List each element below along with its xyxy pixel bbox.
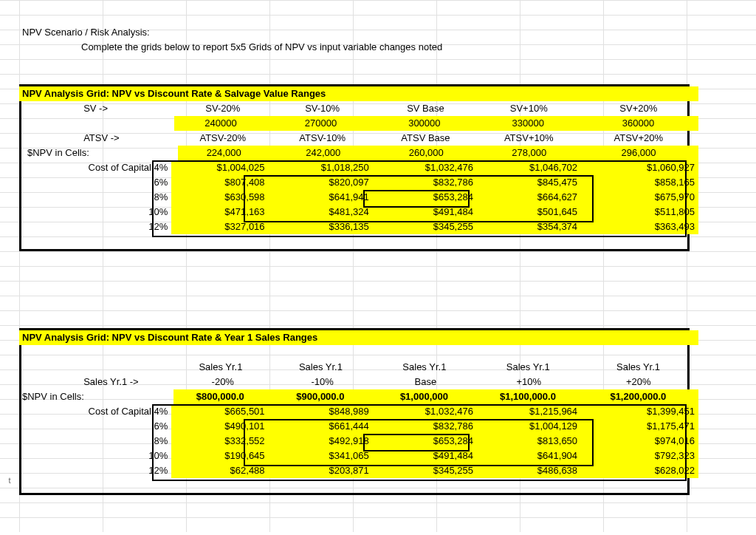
npv-cell[interactable]: $807,408	[171, 175, 268, 190]
npv-cell[interactable]: $653,284	[373, 434, 477, 449]
atsv-val[interactable]: 224,000	[178, 146, 274, 160]
atsv-val[interactable]: 278,000	[479, 146, 582, 160]
npv-cell[interactable]: $664,627	[477, 190, 581, 205]
atsv-hdr: ATSV+10%	[479, 131, 583, 146]
npv-cell[interactable]: $661,444	[269, 419, 373, 434]
npv-cell[interactable]: $1,018,250	[269, 160, 373, 175]
sv-hdr: SV-20%	[176, 101, 272, 116]
npv-cell[interactable]: $1,399,451	[581, 404, 698, 419]
npv-cell[interactable]: $641,904	[477, 449, 581, 463]
row-label: 10%	[19, 449, 171, 463]
grid1-heading: NPV Analysis Grid: NPV vs Discount Rate …	[19, 86, 557, 101]
sales-hdr: Sales Yr.1	[478, 360, 582, 375]
npv-cell[interactable]: $341,065	[269, 449, 373, 463]
sv-val[interactable]: 240000	[174, 116, 271, 131]
npv-cell[interactable]: $1,215,964	[477, 404, 581, 419]
npv-cell[interactable]: $1,175,471	[581, 419, 698, 434]
atsv-val[interactable]: 260,000	[377, 146, 479, 160]
npv-cell[interactable]: $481,324	[269, 205, 373, 219]
npv-cell[interactable]: $1,004,129	[477, 419, 581, 434]
sales-hdr: Sales Yr.1	[174, 360, 271, 375]
npv-cell[interactable]: $511,805	[581, 205, 698, 219]
sales-val[interactable]: $1,000,000	[374, 389, 478, 404]
npv-cell[interactable]: $1,032,476	[373, 160, 477, 175]
sales-pct: -10%	[272, 375, 376, 389]
npv-cell[interactable]: $1,004,025	[171, 160, 268, 175]
sv-hdr: SV Base	[376, 101, 479, 116]
npv-cell[interactable]: $813,650	[477, 434, 581, 449]
npv-cell[interactable]: $327,016	[171, 219, 268, 234]
npv-label: $NPV in Cells:	[19, 389, 173, 404]
npv-cell[interactable]: $471,163	[171, 205, 268, 219]
row-label: 12%	[19, 463, 171, 478]
sales-val[interactable]: $900,000.0	[270, 389, 374, 404]
row-label: 6%	[19, 175, 171, 190]
npv-cell[interactable]: $845,475	[477, 175, 581, 190]
npv-cell[interactable]: $486,638	[477, 463, 581, 478]
atsv-hdr: ATSV-10%	[272, 131, 376, 146]
sales-pct: Base	[376, 375, 479, 389]
page-title: NPV Scenario / Risk Analysis:	[19, 25, 690, 40]
row-label: 8%	[19, 434, 171, 449]
npv-cell[interactable]: $641,941	[269, 190, 373, 205]
npv-cell[interactable]: $675,970	[581, 190, 698, 205]
npv-cell[interactable]: $653,284	[373, 190, 477, 205]
sales-hdr: Sales Yr.1	[374, 360, 478, 375]
npv-cell[interactable]: $628,022	[581, 463, 698, 478]
row-label: Cost of Capital 4%	[19, 160, 171, 175]
sales-pct: +10%	[479, 375, 583, 389]
npv-cell[interactable]: $848,989	[269, 404, 373, 419]
npv-cell[interactable]: $62,488	[171, 463, 268, 478]
npv-cell[interactable]: $832,786	[373, 175, 477, 190]
atsv-val[interactable]: 296,000	[583, 146, 698, 160]
row-stub: t	[0, 473, 20, 488]
npv-cell[interactable]: $1,032,476	[373, 404, 477, 419]
npv-cell[interactable]: $492,918	[269, 434, 373, 449]
npv-cell[interactable]: $203,871	[269, 463, 373, 478]
sv-val[interactable]: 300000	[374, 116, 478, 131]
grid2-heading: NPV Analysis Grid: NPV vs Discount Rate …	[19, 330, 557, 345]
sales-val[interactable]: $800,000.0	[173, 389, 270, 404]
page-subtitle: Complete the grids below to report 5x5 G…	[78, 40, 698, 55]
sales-hdr: Sales Yr.1	[582, 360, 698, 375]
atsv-hdr: ATSV Base	[376, 131, 479, 146]
npv-cell[interactable]: $832,786	[373, 419, 477, 434]
sales-val[interactable]: $1,100,000.0	[478, 389, 582, 404]
npv-label: $NPV in Cells:	[24, 146, 178, 160]
npv-cell[interactable]: $858,165	[581, 175, 698, 190]
row-label: 8%	[19, 190, 171, 205]
row-label: 10%	[19, 205, 171, 219]
sales-val[interactable]: $1,200,000.0	[582, 389, 698, 404]
sv-hdr: SV+20%	[583, 101, 698, 116]
npv-cell[interactable]: $665,501	[171, 404, 268, 419]
npv-cell[interactable]: $332,552	[171, 434, 268, 449]
sales-label: Sales Yr.1 ->	[80, 375, 176, 389]
npv-cell[interactable]: $336,135	[269, 219, 373, 234]
npv-cell[interactable]: $345,255	[373, 219, 477, 234]
npv-cell[interactable]: $501,645	[477, 205, 581, 219]
npv-cell[interactable]: $490,101	[171, 419, 268, 434]
npv-cell[interactable]: $491,484	[373, 449, 477, 463]
npv-cell[interactable]: $974,016	[581, 434, 698, 449]
sales-pct: -20%	[176, 375, 272, 389]
atsv-label: ATSV ->	[80, 131, 176, 146]
npv-cell[interactable]: $820,097	[269, 175, 373, 190]
atsv-val[interactable]: 242,000	[274, 146, 377, 160]
sv-val[interactable]: 330000	[478, 116, 582, 131]
npv-cell[interactable]: $1,060,927	[581, 160, 698, 175]
npv-cell[interactable]: $491,484	[373, 205, 477, 219]
npv-cell[interactable]: $630,598	[171, 190, 268, 205]
atsv-hdr: ATSV-20%	[176, 131, 272, 146]
sales-hdr: Sales Yr.1	[271, 360, 374, 375]
npv-cell[interactable]: $363,493	[581, 219, 698, 234]
sv-val[interactable]: 270000	[271, 116, 374, 131]
npv-cell[interactable]: $1,046,702	[477, 160, 581, 175]
npv-cell[interactable]: $190,645	[171, 449, 268, 463]
npv-cell[interactable]: $354,374	[477, 219, 581, 234]
row-label: 6%	[19, 419, 171, 434]
row-label: Cost of Capital 4%	[19, 404, 171, 419]
npv-cell[interactable]: $792,323	[581, 449, 698, 463]
npv-cell[interactable]: $345,255	[373, 463, 477, 478]
spreadsheet: t NPV Scenario / Risk Analysis: Complete…	[0, 0, 756, 532]
sv-val[interactable]: 360000	[582, 116, 698, 131]
